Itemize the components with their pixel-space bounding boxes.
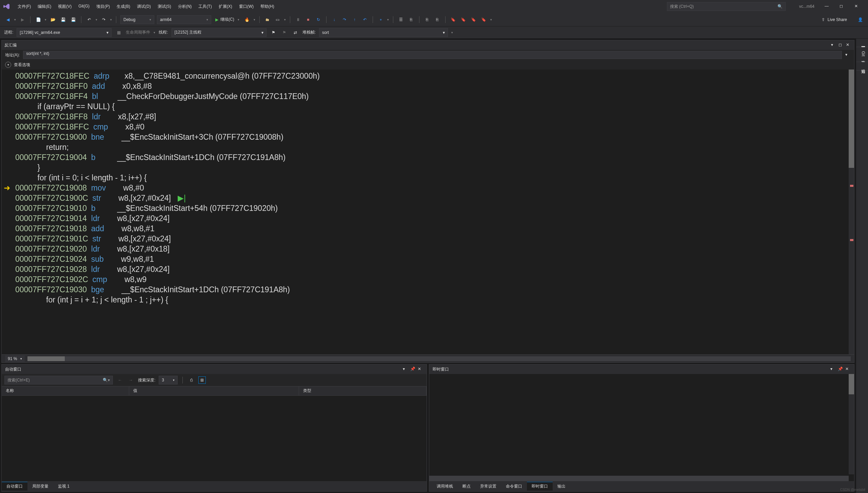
source-line[interactable]: if (arrayPtr == NULL) { xyxy=(2,101,854,112)
source-line[interactable]: for (int j = i + 1; j < length - 1 ; j++… xyxy=(2,295,854,305)
asm-line[interactable]: 00007FF727C19008 mov w8,#0➜ xyxy=(2,183,854,193)
search-prev-icon[interactable]: ← xyxy=(116,376,124,384)
tool-a-icon[interactable]: ☰ xyxy=(397,16,405,23)
autos-toolbtn-b[interactable]: ⊞ xyxy=(198,376,206,384)
bottom-tab[interactable]: 局部变量 xyxy=(27,482,53,491)
menu-item[interactable]: 视图(V) xyxy=(55,2,74,11)
autos-search-input[interactable]: 搜索(Ctrl+E)🔍▾ xyxy=(4,376,113,384)
flag-icon[interactable]: ⚑ xyxy=(270,29,277,36)
bottom-tab[interactable]: 即时窗口 xyxy=(527,482,553,491)
bookmark-prev-icon[interactable]: 🔖 xyxy=(460,16,467,23)
bottom-tab[interactable]: 输出 xyxy=(553,482,570,491)
redo-button[interactable]: ↷ xyxy=(100,16,107,23)
asm-line[interactable]: 00007FF727C1900C str w8,[x27,#0x24]▶| xyxy=(2,193,854,203)
autos-dropdown-icon[interactable]: ▾ xyxy=(403,367,408,372)
lifecycle-icon[interactable]: ▦ xyxy=(115,29,122,36)
side-tool-tab[interactable]: 解决方案资源管理器 xyxy=(856,39,868,47)
platform-dropdown[interactable]: arm64▾ xyxy=(157,15,211,24)
autos-pin-icon[interactable]: 📌 xyxy=(410,367,416,372)
open-button[interactable]: 📂 xyxy=(49,16,57,23)
bottom-tab[interactable]: 调用堆栈 xyxy=(432,482,458,491)
menu-item[interactable]: 项目(P) xyxy=(94,2,113,11)
autos-toolbtn-a[interactable]: ⎙ xyxy=(188,376,195,384)
process-dropdown[interactable]: [17296] vc_arm64.exe▾ xyxy=(17,28,112,37)
asm-line[interactable]: 00007FF727C1902C cmp w8,w9 xyxy=(2,274,854,284)
asm-line[interactable]: 00007FF727C19024 sub w9,w8,#1 xyxy=(2,254,854,264)
maximize-button[interactable]: ◻ xyxy=(840,4,845,9)
menu-item[interactable]: 扩展(X) xyxy=(216,2,235,11)
asm-line[interactable]: 00007FF727C18FFC cmp x8,#0 xyxy=(2,122,854,132)
search-next-icon[interactable]: → xyxy=(127,376,135,384)
step-back-button[interactable]: ↶ xyxy=(361,16,369,23)
nav-back-button[interactable]: ◀ xyxy=(4,16,12,23)
bookmark-next-icon[interactable]: 🔖 xyxy=(470,16,477,23)
config-dropdown[interactable]: Debug▾ xyxy=(120,15,154,24)
source-line[interactable]: return; xyxy=(2,142,854,152)
expand-options-icon[interactable]: ▾ xyxy=(5,62,11,68)
stackframe-dropdown[interactable]: sort▾ xyxy=(319,28,448,37)
grid-column-header[interactable]: 类型 xyxy=(299,387,427,395)
side-tool-tab[interactable]: 通知 xyxy=(856,62,868,71)
asm-line[interactable]: 00007FF727C19028 ldr w8,[x27,#0x24] xyxy=(2,264,854,274)
asm-line[interactable]: 00007FF727C19030 bge __$EncStackInitStar… xyxy=(2,284,854,295)
menu-item[interactable]: 帮助(H) xyxy=(258,2,277,11)
stop-button[interactable]: ■ xyxy=(304,16,312,23)
side-tool-tab[interactable]: Git 更改 xyxy=(856,47,868,62)
bottom-tab[interactable]: 自动窗口 xyxy=(2,482,27,491)
menu-item[interactable]: 分析(N) xyxy=(175,2,195,11)
grid-column-header[interactable]: 名称 xyxy=(2,387,129,395)
imm-hscrollbar[interactable] xyxy=(429,476,849,481)
asm-line[interactable]: 00007FF727C18FEC adrp x8,__C78E9481_conc… xyxy=(2,71,854,81)
asm-line[interactable]: 00007FF727C18FF0 add x0,x8,#8 xyxy=(2,81,854,91)
menu-item[interactable]: 测试(S) xyxy=(155,2,174,11)
panel-close-icon[interactable]: ✕ xyxy=(846,42,851,48)
imm-pin-icon[interactable]: 📌 xyxy=(838,367,843,372)
live-share-button[interactable]: ⇪ Live Share xyxy=(822,17,847,22)
bottom-tab[interactable]: 监视 1 xyxy=(53,482,74,491)
restart-button[interactable]: ↻ xyxy=(315,16,322,23)
autos-grid-body[interactable] xyxy=(2,396,427,481)
imm-close-icon[interactable]: ✕ xyxy=(845,367,851,372)
panel-dropdown-icon[interactable]: ▾ xyxy=(831,42,836,48)
menu-item[interactable]: 调试(D) xyxy=(134,2,154,11)
asm-line[interactable]: 00007FF727C19020 ldr w8,[x27,#0x18] xyxy=(2,244,854,254)
address-dropdown-icon[interactable]: ▾ xyxy=(845,52,851,58)
bookmark-clear-icon[interactable]: 🔖 xyxy=(480,16,488,23)
undo-button[interactable]: ↶ xyxy=(85,16,93,23)
breakpoint-toggle-button[interactable]: ⚬ xyxy=(377,16,384,23)
window-button[interactable]: ▭ xyxy=(274,16,281,23)
grid-column-header[interactable]: 值 xyxy=(129,387,299,395)
asm-line[interactable]: 00007FF727C1901C str w8,[x27,#0x24] xyxy=(2,234,854,244)
depth-dropdown[interactable]: 3▾ xyxy=(159,376,178,384)
browser-button[interactable]: 🖿 xyxy=(264,16,271,23)
bottom-tab[interactable]: 命令窗口 xyxy=(501,482,527,491)
asm-line[interactable]: 00007FF727C19010 b __$EncStackInitStart+… xyxy=(2,203,854,213)
code-hscrollbar[interactable] xyxy=(27,356,851,361)
immediate-body[interactable] xyxy=(429,374,854,481)
menu-item[interactable]: 工具(T) xyxy=(196,2,214,11)
menu-item[interactable]: 编辑(E) xyxy=(35,2,54,11)
thread-dropdown[interactable]: [12152] 主线程▾ xyxy=(172,28,267,37)
flag2-icon[interactable]: ⚑ xyxy=(281,29,288,36)
uncomment-icon[interactable]: ⎘ xyxy=(434,16,441,23)
bottom-tab[interactable]: 断点 xyxy=(458,482,475,491)
account-icon[interactable]: 👤 xyxy=(856,16,864,23)
menu-item[interactable]: 窗口(W) xyxy=(236,2,256,11)
save-button[interactable]: 💾 xyxy=(59,16,67,23)
save-all-button[interactable]: 💾 xyxy=(70,16,77,23)
thread-icon[interactable]: ⇄ xyxy=(292,29,299,36)
asm-line[interactable]: 00007FF727C18FF4 bl __CheckForDebuggerJu… xyxy=(2,91,854,101)
address-input[interactable]: sort(int *, int) xyxy=(23,51,842,59)
bottom-tab[interactable]: 异常设置 xyxy=(475,482,501,491)
asm-line[interactable]: 00007FF727C19000 bne __$EncStackInitStar… xyxy=(2,132,854,142)
pause-button[interactable]: ⏸ xyxy=(294,16,302,23)
asm-line[interactable]: 00007FF727C19004 b __$EncStackInitStart+… xyxy=(2,152,854,162)
panel-maximize-icon[interactable]: ◻ xyxy=(839,42,844,48)
continue-button[interactable]: ▶继续(C)▾ xyxy=(214,16,241,23)
nav-forward-button[interactable]: ▶ xyxy=(19,16,26,23)
zoom-dropdown[interactable]: 91 %▾ xyxy=(5,355,25,362)
comment-out-icon[interactable]: ⎘ xyxy=(423,16,431,23)
close-button[interactable]: ✕ xyxy=(854,4,860,9)
global-search-input[interactable]: 搜索 (Ctrl+Q) 🔍 xyxy=(667,2,786,11)
hot-reload-button[interactable]: 🔥 xyxy=(243,16,251,23)
